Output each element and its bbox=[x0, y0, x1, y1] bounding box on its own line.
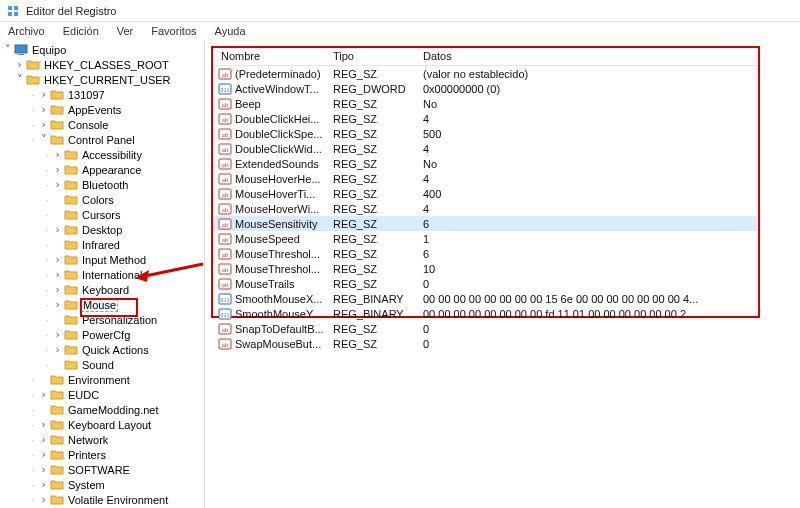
expand-icon[interactable]: › bbox=[52, 224, 63, 235]
tree-item-infrared[interactable]: ·Infrared bbox=[0, 237, 204, 252]
expand-icon[interactable]: › bbox=[38, 389, 49, 400]
tree-item-console[interactable]: ·›Console bbox=[0, 117, 204, 132]
tree-item-colors[interactable]: ·Colors bbox=[0, 192, 204, 207]
expand-icon[interactable]: › bbox=[38, 104, 49, 115]
value-data: 0 bbox=[423, 338, 758, 350]
value-row[interactable]: abMouseHoverTi...REG_SZ400 bbox=[213, 186, 758, 201]
tree-item-keyboard[interactable]: ·›Keyboard Layout bbox=[0, 417, 204, 432]
tree-hkcr[interactable]: › HKEY_CLASSES_ROOT bbox=[0, 57, 204, 72]
expand-icon[interactable]: › bbox=[52, 269, 63, 280]
tree-root[interactable]: ˅ Equipo bbox=[0, 42, 204, 57]
expand-icon[interactable]: › bbox=[52, 329, 63, 340]
col-type[interactable]: Tipo bbox=[333, 50, 423, 62]
expand-icon[interactable]: › bbox=[14, 59, 25, 70]
tree-label: GameModding.net bbox=[67, 404, 160, 416]
tree-item-international[interactable]: ·›International bbox=[0, 267, 204, 282]
collapse-icon[interactable]: ˅ bbox=[14, 74, 25, 85]
tree-item-powercfg[interactable]: ·›PowerCfg bbox=[0, 327, 204, 342]
tree-item-accessibility[interactable]: ·›Accessibility bbox=[0, 147, 204, 162]
value-row[interactable]: ab(Predeterminado)REG_SZ(valor no establ… bbox=[213, 66, 758, 81]
values-header[interactable]: Nombre Tipo Datos bbox=[213, 48, 758, 66]
menu-edit[interactable]: Edición bbox=[59, 24, 103, 38]
value-row[interactable]: abMouseThreshol...REG_SZ6 bbox=[213, 246, 758, 261]
value-row[interactable]: abSnapToDefaultB...REG_SZ0 bbox=[213, 321, 758, 336]
tree-item-mouse[interactable]: ·›Mouse bbox=[0, 297, 204, 312]
folder-icon bbox=[64, 149, 78, 161]
col-name[interactable]: Nombre bbox=[213, 50, 333, 62]
expand-icon[interactable]: › bbox=[52, 254, 63, 265]
tree-label: PowerCfg bbox=[81, 329, 131, 341]
tree-item-environment[interactable]: ·Environment bbox=[0, 372, 204, 387]
tree-item-keyboard[interactable]: ·›Keyboard bbox=[0, 282, 204, 297]
tree-item-controlpanel[interactable]: ·˅Control Panel bbox=[0, 132, 204, 147]
value-row[interactable]: abSwapMouseBut...REG_SZ0 bbox=[213, 336, 758, 351]
expand-icon[interactable]: › bbox=[38, 464, 49, 475]
tree-item-appevents[interactable]: ·›AppEvents bbox=[0, 102, 204, 117]
value-row[interactable]: abDoubleClickSpe...REG_SZ500 bbox=[213, 126, 758, 141]
expand-icon[interactable]: › bbox=[52, 149, 63, 160]
expand-icon[interactable]: › bbox=[52, 284, 63, 295]
expand-icon[interactable]: › bbox=[38, 419, 49, 430]
collapse-icon[interactable]: ˅ bbox=[38, 134, 49, 145]
tree-item-network[interactable]: ·›Network bbox=[0, 432, 204, 447]
expand-icon[interactable]: › bbox=[38, 89, 49, 100]
value-row[interactable]: abMouseHoverWi...REG_SZ4 bbox=[213, 201, 758, 216]
value-data: 00 00 00 00 00 00 00 00 15 6e 00 00 00 0… bbox=[423, 293, 758, 305]
value-row[interactable]: 011SmoothMouseX...REG_BINARY00 00 00 00 … bbox=[213, 291, 758, 306]
tree-item-appearance[interactable]: ·›Appearance bbox=[0, 162, 204, 177]
tree-item-printers[interactable]: ·›Printers bbox=[0, 447, 204, 462]
computer-icon bbox=[14, 44, 28, 56]
string-value-icon: ab bbox=[217, 68, 233, 80]
svg-rect-5 bbox=[18, 54, 24, 55]
tree-item-software[interactable]: ·›SOFTWARE bbox=[0, 462, 204, 477]
expand-icon[interactable]: › bbox=[38, 449, 49, 460]
tree-item-bluetooth[interactable]: ·›Bluetooth bbox=[0, 177, 204, 192]
tree-item-cursors[interactable]: ·Cursors bbox=[0, 207, 204, 222]
value-row[interactable]: abMouseSpeedREG_SZ1 bbox=[213, 231, 758, 246]
value-type: REG_SZ bbox=[333, 143, 423, 155]
value-type: REG_SZ bbox=[333, 233, 423, 245]
svg-rect-1 bbox=[14, 6, 18, 10]
tree-item-eudc[interactable]: ·›EUDC bbox=[0, 387, 204, 402]
value-name: MouseSpeed bbox=[235, 233, 333, 245]
tree-item-system[interactable]: ·›System bbox=[0, 477, 204, 492]
value-row[interactable]: abMouseSensitivityREG_SZ6 bbox=[213, 216, 758, 231]
tree-hkcu[interactable]: ˅ HKEY_CURRENT_USER bbox=[0, 72, 204, 87]
expand-icon[interactable]: › bbox=[52, 179, 63, 190]
value-data: 4 bbox=[423, 173, 758, 185]
value-row[interactable]: abDoubleClickHei...REG_SZ4 bbox=[213, 111, 758, 126]
tree-item-inputmethod[interactable]: ·›Input Method bbox=[0, 252, 204, 267]
collapse-icon[interactable]: ˅ bbox=[2, 44, 13, 55]
expand-icon[interactable]: › bbox=[38, 479, 49, 490]
value-row[interactable]: abExtendedSoundsREG_SZNo bbox=[213, 156, 758, 171]
folder-icon bbox=[50, 89, 64, 101]
menu-favorites[interactable]: Favoritos bbox=[147, 24, 200, 38]
expand-icon[interactable]: › bbox=[38, 119, 49, 130]
tree-label: Accessibility bbox=[81, 149, 143, 161]
expand-icon[interactable]: › bbox=[38, 434, 49, 445]
value-row[interactable]: 011SmoothMouseY...REG_BINARY00 00 00 00 … bbox=[213, 306, 758, 321]
value-row[interactable]: abMouseHoverHe...REG_SZ4 bbox=[213, 171, 758, 186]
value-row[interactable]: abMouseTrailsREG_SZ0 bbox=[213, 276, 758, 291]
value-row[interactable]: 011ActiveWindowT...REG_DWORD0x00000000 (… bbox=[213, 81, 758, 96]
value-row[interactable]: abBeepREG_SZNo bbox=[213, 96, 758, 111]
value-row[interactable]: abMouseThreshol...REG_SZ10 bbox=[213, 261, 758, 276]
tree-view[interactable]: ˅ Equipo › HKEY_CLASSES_ROOT ˅ HKEY_CURR… bbox=[0, 40, 205, 508]
expand-icon[interactable]: › bbox=[52, 164, 63, 175]
tree-item-sound[interactable]: ·Sound bbox=[0, 357, 204, 372]
menu-file[interactable]: Archivo bbox=[4, 24, 49, 38]
menu-view[interactable]: Ver bbox=[113, 24, 138, 38]
tree-item-personalization[interactable]: ·Personalization bbox=[0, 312, 204, 327]
value-row[interactable]: abDoubleClickWid...REG_SZ4 bbox=[213, 141, 758, 156]
tree-item-desktop[interactable]: ·›Desktop bbox=[0, 222, 204, 237]
expand-icon[interactable]: › bbox=[38, 494, 49, 505]
col-data[interactable]: Datos bbox=[423, 50, 758, 62]
expand-icon[interactable]: › bbox=[52, 344, 63, 355]
tree-item-n131097[interactable]: ·›131097 bbox=[0, 87, 204, 102]
folder-icon bbox=[50, 404, 64, 416]
tree-item-volatile[interactable]: ·›Volatile Environment bbox=[0, 492, 204, 507]
menu-help[interactable]: Ayuda bbox=[211, 24, 250, 38]
expand-icon[interactable]: › bbox=[52, 299, 63, 310]
tree-item-gamemodding[interactable]: ·GameModding.net bbox=[0, 402, 204, 417]
tree-item-quickactions[interactable]: ·›Quick Actions bbox=[0, 342, 204, 357]
